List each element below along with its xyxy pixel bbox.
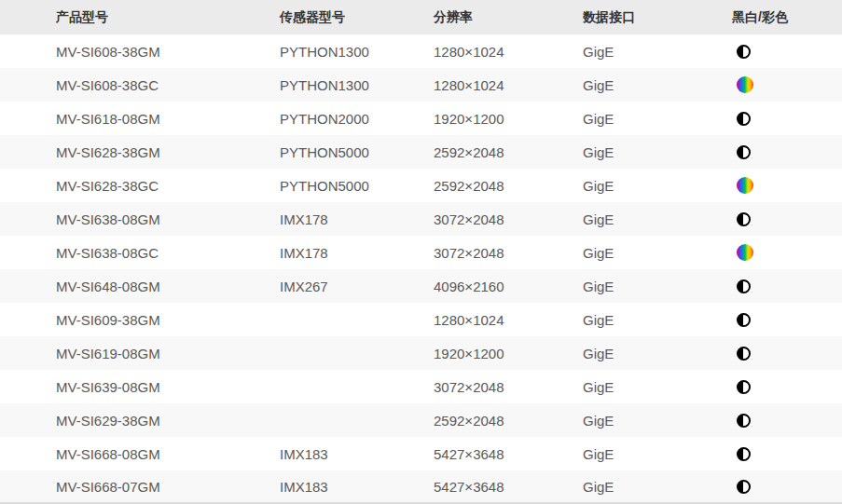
cell-model: MV-SI628-38GM — [0, 144, 280, 160]
cell-sensor: PYTHON1300 — [280, 44, 434, 60]
cell-color-mode — [732, 145, 842, 159]
cell-resolution: 5427×3648 — [434, 446, 583, 462]
column-header-interface: 数据接口 — [583, 9, 732, 26]
cell-resolution: 2592×2048 — [434, 144, 583, 160]
table-row: MV-SI638-08GC IMX178 3072×2048 GigE — [0, 236, 842, 269]
table-row: MV-SI608-38GM PYTHON1300 1280×1024 GigE — [0, 34, 842, 68]
color-spectrum-icon — [737, 244, 753, 261]
cell-sensor: PYTHON5000 — [280, 178, 434, 194]
cell-color-mode — [732, 480, 842, 494]
cell-model: MV-SI628-38GC — [0, 178, 280, 194]
mono-half-circle-icon — [737, 313, 751, 327]
cell-interface: GigE — [583, 178, 732, 194]
cell-sensor: IMX178 — [280, 211, 434, 227]
cell-model: MV-SI638-08GM — [0, 211, 280, 227]
table-row: MV-SI628-38GC PYTHON5000 2592×2048 GigE — [0, 169, 842, 202]
cell-sensor: IMX267 — [280, 279, 434, 294]
column-header-sensor: 传感器型号 — [280, 9, 434, 26]
cell-model: MV-SI648-08GM — [0, 279, 280, 294]
cell-interface: GigE — [583, 44, 732, 60]
cell-resolution: 1280×1024 — [434, 77, 583, 93]
cell-color-mode — [732, 414, 842, 428]
cell-resolution: 1280×1024 — [434, 312, 583, 328]
cell-sensor: PYTHON2000 — [280, 111, 434, 127]
mono-half-circle-icon — [737, 414, 751, 428]
cell-interface: GigE — [583, 245, 732, 261]
table-row: MV-SI668-08GM IMX183 5427×3648 GigE — [0, 437, 842, 470]
cell-sensor: IMX183 — [280, 446, 434, 462]
cell-resolution: 5427×3648 — [434, 479, 583, 495]
cell-model: MV-SI608-38GM — [0, 44, 280, 60]
cell-model: MV-SI618-08GM — [0, 111, 280, 127]
column-header-color-mode: 黑白/彩色 — [732, 9, 842, 26]
cell-interface: GigE — [583, 346, 732, 361]
cell-color-mode — [732, 380, 842, 394]
cell-color-mode — [732, 112, 842, 126]
mono-half-circle-icon — [737, 112, 751, 126]
cell-resolution: 1280×1024 — [434, 44, 583, 60]
cell-interface: GigE — [583, 77, 732, 93]
table-row: MV-SI609-38GM 1280×1024 GigE — [0, 303, 842, 336]
cell-interface: GigE — [583, 279, 732, 294]
cell-model: MV-SI668-07GM — [0, 479, 280, 495]
mono-half-circle-icon — [737, 212, 751, 226]
cell-color-mode — [732, 76, 842, 93]
cell-resolution: 2592×2048 — [434, 178, 583, 194]
cell-model: MV-SI639-08GM — [0, 379, 280, 395]
cell-resolution: 2592×2048 — [434, 413, 583, 429]
table-row: MV-SI619-08GM 1920×1200 GigE — [0, 336, 842, 370]
cell-resolution: 3072×2048 — [434, 211, 583, 227]
cell-interface: GigE — [583, 379, 732, 395]
cell-color-mode — [732, 177, 842, 194]
mono-half-circle-icon — [737, 380, 751, 394]
table-row: MV-SI629-38GM 2592×2048 GigE — [0, 403, 842, 437]
cell-color-mode — [732, 244, 842, 261]
mono-half-circle-icon — [737, 480, 751, 494]
cell-model: MV-SI608-38GC — [0, 77, 280, 93]
cell-resolution: 3072×2048 — [434, 245, 583, 261]
cell-color-mode — [732, 212, 842, 226]
cell-interface: GigE — [583, 144, 732, 160]
column-header-model: 产品型号 — [0, 9, 280, 26]
cell-resolution: 4096×2160 — [434, 279, 583, 294]
color-spectrum-icon — [737, 177, 753, 194]
color-spectrum-icon — [737, 76, 753, 93]
table-header-row: 产品型号 传感器型号 分辨率 数据接口 黑白/彩色 — [0, 0, 842, 34]
table-row: MV-SI618-08GM PYTHON2000 1920×1200 GigE — [0, 102, 842, 135]
cell-interface: GigE — [583, 479, 732, 495]
cell-color-mode — [732, 313, 842, 327]
mono-half-circle-icon — [737, 45, 751, 59]
table-row: MV-SI639-08GM 3072×2048 GigE — [0, 370, 842, 403]
cell-resolution: 1920×1200 — [434, 111, 583, 127]
cell-color-mode — [732, 279, 842, 293]
cell-interface: GigE — [583, 211, 732, 227]
cell-sensor: IMX183 — [280, 479, 434, 495]
cell-interface: GigE — [583, 446, 732, 462]
column-header-resolution: 分辨率 — [434, 9, 583, 26]
mono-half-circle-icon — [737, 447, 751, 461]
cell-sensor: PYTHON1300 — [280, 77, 434, 93]
cell-interface: GigE — [583, 111, 732, 127]
product-spec-table: 产品型号 传感器型号 分辨率 数据接口 黑白/彩色 MV-SI608-38GM … — [0, 0, 842, 504]
mono-half-circle-icon — [737, 347, 751, 361]
cell-model: MV-SI638-08GC — [0, 245, 280, 261]
cell-color-mode — [732, 447, 842, 461]
table-row: MV-SI648-08GM IMX267 4096×2160 GigE — [0, 269, 842, 303]
cell-interface: GigE — [583, 312, 732, 328]
table-body: MV-SI608-38GM PYTHON1300 1280×1024 GigE … — [0, 34, 842, 504]
cell-resolution: 3072×2048 — [434, 379, 583, 395]
table-row: MV-SI608-38GC PYTHON1300 1280×1024 GigE — [0, 68, 842, 102]
cell-model: MV-SI609-38GM — [0, 312, 280, 328]
cell-color-mode — [732, 45, 842, 59]
mono-half-circle-icon — [737, 145, 751, 159]
table-row: MV-SI628-38GM PYTHON5000 2592×2048 GigE — [0, 135, 842, 169]
table-row: MV-SI638-08GM IMX178 3072×2048 GigE — [0, 202, 842, 236]
cell-model: MV-SI619-08GM — [0, 346, 280, 361]
cell-interface: GigE — [583, 413, 732, 429]
cell-resolution: 1920×1200 — [434, 346, 583, 361]
mono-half-circle-icon — [737, 279, 751, 293]
cell-model: MV-SI629-38GM — [0, 413, 280, 429]
cell-model: MV-SI668-08GM — [0, 446, 280, 462]
cell-sensor: PYTHON5000 — [280, 144, 434, 160]
cell-sensor: IMX178 — [280, 245, 434, 261]
